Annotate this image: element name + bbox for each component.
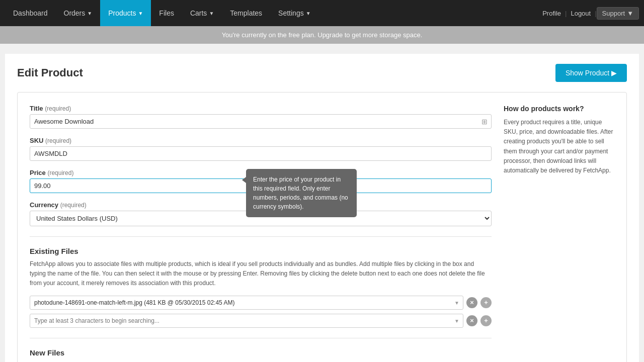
add-file-button-2[interactable]: + bbox=[480, 315, 492, 326]
new-files-section: New Files Click the following button to … bbox=[30, 348, 492, 362]
support-button[interactable]: Support ▼ bbox=[597, 7, 639, 20]
form-main: Title (required) ⊞ SKU (required) bbox=[30, 105, 492, 362]
navbar-left: Dashboard Orders ▼ Products ▼ Files Cart… bbox=[5, 0, 538, 26]
currency-required: (required) bbox=[60, 202, 87, 209]
form-card: Title (required) ⊞ SKU (required) bbox=[17, 92, 627, 362]
expand-icon: ⊞ bbox=[481, 118, 488, 126]
file-select-1[interactable]: photodune-148691-one-match-left-m.jpg (4… bbox=[30, 296, 463, 310]
nav-orders[interactable]: Orders ▼ bbox=[56, 0, 101, 26]
divider-2 bbox=[30, 338, 492, 338]
file-search-input[interactable] bbox=[30, 314, 463, 328]
sku-field-group: SKU (required) bbox=[30, 137, 492, 161]
settings-arrow-icon: ▼ bbox=[306, 11, 311, 16]
file-select-wrap-2 bbox=[30, 314, 463, 328]
form-sidebar: How do products work? Every product requ… bbox=[504, 105, 614, 362]
new-files-title: New Files bbox=[30, 348, 492, 357]
page-title: Edit Product bbox=[17, 66, 83, 79]
price-field-group: Price (required) Enter the price of your… bbox=[30, 169, 492, 193]
nav-templates[interactable]: Templates bbox=[222, 0, 270, 26]
nav-dashboard[interactable]: Dashboard bbox=[5, 0, 56, 26]
remove-icon-2: × bbox=[470, 317, 474, 324]
title-required: (required) bbox=[45, 105, 71, 112]
title-label: Title (required) bbox=[30, 105, 492, 112]
remove-file-button-2[interactable]: × bbox=[466, 315, 477, 326]
navbar: Dashboard Orders ▼ Products ▼ Files Cart… bbox=[0, 0, 644, 26]
nav-files[interactable]: Files bbox=[151, 0, 182, 26]
products-arrow-icon: ▼ bbox=[138, 11, 143, 16]
title-input[interactable] bbox=[30, 114, 492, 129]
title-field-group: Title (required) ⊞ bbox=[30, 105, 492, 129]
existing-files-section: Existing Files FetchApp allows you to as… bbox=[30, 247, 492, 328]
sku-input[interactable] bbox=[30, 146, 492, 161]
carts-arrow-icon: ▼ bbox=[209, 11, 214, 16]
existing-files-title: Existing Files bbox=[30, 247, 492, 255]
remove-file-button-1[interactable]: × bbox=[466, 297, 477, 308]
main-content: Edit Product Show Product ▶ Title (requi… bbox=[5, 54, 639, 362]
sku-required: (required) bbox=[45, 137, 71, 144]
nav-products[interactable]: Products ▼ bbox=[100, 0, 151, 26]
page-header: Edit Product Show Product ▶ bbox=[17, 64, 627, 82]
add-icon-2: + bbox=[484, 317, 488, 324]
navbar-right: Profile | Logout | Support ▼ bbox=[538, 7, 639, 20]
title-input-wrap: ⊞ bbox=[30, 114, 492, 129]
support-arrow-icon: ▼ bbox=[627, 10, 633, 17]
add-file-button-1[interactable]: + bbox=[480, 297, 492, 308]
remove-icon-1: × bbox=[470, 299, 474, 306]
price-required: (required) bbox=[47, 169, 73, 176]
price-tooltip: Enter the price of your product in this … bbox=[246, 169, 357, 217]
sku-label: SKU (required) bbox=[30, 137, 492, 144]
file-row-1: photodune-148691-one-match-left-m.jpg (4… bbox=[30, 296, 492, 310]
nav-carts[interactable]: Carts ▼ bbox=[182, 0, 222, 26]
existing-files-desc: FetchApp allows you to associate files w… bbox=[30, 259, 492, 289]
orders-arrow-icon: ▼ bbox=[87, 11, 92, 16]
profile-link[interactable]: Profile bbox=[538, 10, 565, 17]
nav-settings[interactable]: Settings ▼ bbox=[270, 0, 319, 26]
divider-1 bbox=[30, 236, 492, 237]
add-icon-1: + bbox=[484, 299, 488, 306]
help-text: Every product requires a title, unique S… bbox=[504, 118, 614, 175]
upgrade-banner: You're currently on the free plan. Upgra… bbox=[0, 26, 644, 44]
show-product-button[interactable]: Show Product ▶ bbox=[555, 64, 627, 82]
file-row-2: × + bbox=[30, 314, 492, 328]
help-title: How do products work? bbox=[504, 105, 614, 113]
file-select-wrap-1: photodune-148691-one-match-left-m.jpg (4… bbox=[30, 296, 463, 310]
logout-link[interactable]: Logout bbox=[567, 10, 595, 17]
